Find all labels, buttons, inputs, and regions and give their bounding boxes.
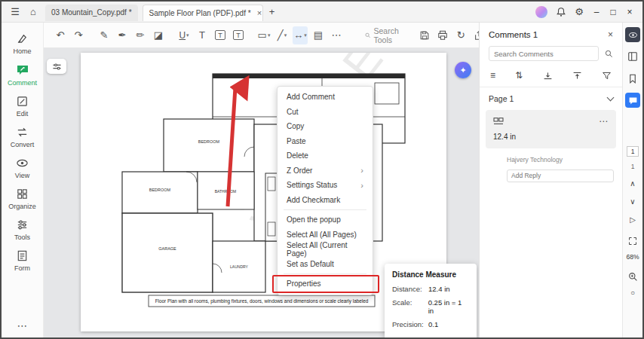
sidebar-item-label: Organize	[8, 203, 36, 210]
measure-tool-button[interactable]: ↔▾	[293, 26, 308, 44]
sidebar-item-tools[interactable]: Tools	[2, 215, 43, 246]
menu-item-select-all-all-pages[interactable]: Select All (All Pages)	[278, 228, 373, 243]
save-button[interactable]	[417, 26, 432, 44]
comments-panel-icon[interactable]	[625, 93, 640, 108]
menu-item-cut[interactable]: Cut	[278, 105, 373, 120]
sidebar-item-label: Form	[14, 264, 30, 272]
menu-item-properties[interactable]: Properties	[278, 276, 373, 292]
pen-tool-icon[interactable]: ✎	[97, 26, 112, 44]
menu-item-add-checkmark[interactable]: Add Checkmark	[278, 193, 373, 208]
undo-button[interactable]: ↶	[53, 26, 68, 44]
text-comment-tool-icon[interactable]: T	[195, 26, 210, 44]
shape-tool-button[interactable]: ▭▾	[256, 26, 271, 44]
menu-separator	[284, 273, 366, 274]
search-icon[interactable]	[605, 49, 613, 59]
thumbnail-panel-icon[interactable]	[625, 49, 640, 64]
edit-pencil-icon	[16, 95, 29, 108]
zoom-level-label[interactable]: 68%	[626, 253, 639, 261]
new-tab-button[interactable]: +	[265, 5, 280, 20]
hamburger-menu-icon[interactable]: ☰	[8, 5, 23, 20]
settings-gear-icon[interactable]: ⚙	[572, 5, 587, 20]
pencil-tool-icon[interactable]: ✏	[133, 26, 148, 44]
callout-icon: T	[233, 30, 244, 40]
underline-tool-button[interactable]: U▾	[176, 26, 192, 44]
menu-item-delete[interactable]: Delete	[278, 148, 373, 163]
add-reply-input[interactable]	[507, 170, 614, 182]
text-box-icon: T	[215, 30, 225, 40]
presentation-pointer-icon[interactable]: ▷	[630, 215, 636, 224]
ai-assistant-button[interactable]: ✦	[455, 62, 471, 78]
comment-card-top: ⋯	[493, 116, 609, 127]
user-avatar[interactable]	[535, 6, 547, 18]
signature-tool-icon[interactable]: ✒	[115, 26, 130, 44]
sidebar-item-organize[interactable]: Organize	[2, 184, 43, 215]
comments-header: Comments 1 ×	[480, 23, 622, 44]
maximize-button[interactable]: □	[605, 4, 621, 20]
annotation-filter-button[interactable]	[47, 59, 66, 74]
tab-close-icon[interactable]: ×	[257, 8, 262, 17]
sort-icon[interactable]: ⇅	[515, 70, 523, 81]
menu-item-settings-status[interactable]: Settings Status›	[278, 178, 373, 193]
submenu-arrow-icon: ›	[360, 181, 363, 190]
previous-page-chevron-icon[interactable]: ∧	[630, 179, 635, 188]
page-group-row[interactable]: Page 1	[480, 87, 622, 110]
current-page-input[interactable]: 1	[627, 146, 639, 157]
filter-funnel-icon[interactable]	[602, 71, 612, 81]
menu-item-select-all-current-page[interactable]: Select All (Current Page)	[278, 242, 373, 257]
tab-mountain-copy[interactable]: 03 Mountain_Copy.pdf *	[45, 5, 138, 21]
collapse-replies-icon[interactable]	[543, 71, 553, 81]
list-view-icon[interactable]: ≡	[490, 70, 495, 81]
distance-row: Distance: 12.4 in	[392, 285, 469, 293]
sidebar-item-label: Comment	[8, 79, 37, 87]
home-icon[interactable]: ⌂	[26, 5, 41, 20]
print-button[interactable]	[435, 26, 450, 44]
sidebar-item-form[interactable]: Form	[2, 246, 43, 276]
distance-label: Distance:	[392, 285, 428, 293]
eraser-tool-icon[interactable]: ◪	[151, 26, 166, 44]
menu-item-set-as-default[interactable]: Set as Default	[278, 257, 373, 272]
menu-item-label: Set as Default	[287, 260, 334, 268]
close-panel-icon[interactable]: ×	[608, 29, 613, 40]
redo-button[interactable]: ↷	[71, 26, 86, 44]
fullscreen-expand-icon[interactable]	[625, 234, 640, 249]
tab-sample-floor-plan[interactable]: Sample Floor Plan (PDF).pdf * ×	[143, 5, 263, 21]
comment-card[interactable]: ⋯ 12.4 in	[486, 110, 616, 148]
room-label-bathroom: BATHROOM	[215, 189, 237, 194]
menu-item-label: Copy	[287, 122, 304, 130]
comments-search-row	[480, 44, 622, 66]
bookmark-panel-icon[interactable]	[625, 71, 640, 86]
menu-item-paste[interactable]: Paste	[278, 134, 373, 149]
fit-page-circle-icon[interactable]: ○	[630, 289, 635, 297]
minimize-button[interactable]: –	[588, 4, 605, 20]
menu-item-open-the-popup[interactable]: Open the popup	[278, 212, 373, 228]
menu-item-copy[interactable]: Copy	[278, 119, 373, 134]
notifications-bell-icon[interactable]	[554, 5, 569, 20]
search-comments-input[interactable]	[489, 46, 599, 61]
line-tool-button[interactable]: ╱▾	[274, 26, 290, 44]
document-canvas[interactable]: SAMPLE PATIO BEDROOM BREAKFAST NOOK BEDR…	[44, 48, 479, 339]
read-mode-eye-button[interactable]	[625, 27, 640, 42]
sidebar-item-convert[interactable]: Convert	[2, 122, 43, 153]
comment-more-button[interactable]: ⋯	[599, 116, 609, 127]
zoom-magnifier-icon[interactable]	[625, 269, 640, 284]
sidebar-item-view[interactable]: View	[2, 153, 43, 184]
chevron-down-icon[interactable]	[607, 94, 615, 102]
rotate-button[interactable]: ↻	[453, 26, 468, 44]
toolbar-right-group: ↻	[416, 26, 488, 44]
sidebar-item-edit[interactable]: Edit	[2, 91, 43, 122]
menu-item-add-comment[interactable]: Add Comment	[278, 90, 373, 105]
expand-replies-icon[interactable]	[572, 71, 582, 81]
organize-grid-icon	[16, 188, 29, 200]
text-box-tool-button[interactable]: T	[213, 26, 228, 44]
menu-item-z-order[interactable]: Z Order›	[278, 163, 373, 179]
sidebar-more-button[interactable]: ⋯	[17, 319, 28, 331]
search-tools-button[interactable]: Search Tools	[365, 26, 402, 44]
sidebar-item-comment[interactable]: Comment	[2, 60, 43, 91]
callout-tool-button[interactable]: T	[231, 26, 246, 44]
more-tools-button[interactable]: ⋯	[329, 26, 344, 44]
close-button[interactable]: ×	[621, 4, 638, 20]
sidebar-item-label: View	[15, 172, 29, 179]
sidebar-item-home[interactable]: Home	[2, 29, 43, 60]
next-page-chevron-icon[interactable]: ∨	[630, 197, 635, 206]
sticky-note-tool-icon[interactable]: ▤	[311, 26, 326, 44]
